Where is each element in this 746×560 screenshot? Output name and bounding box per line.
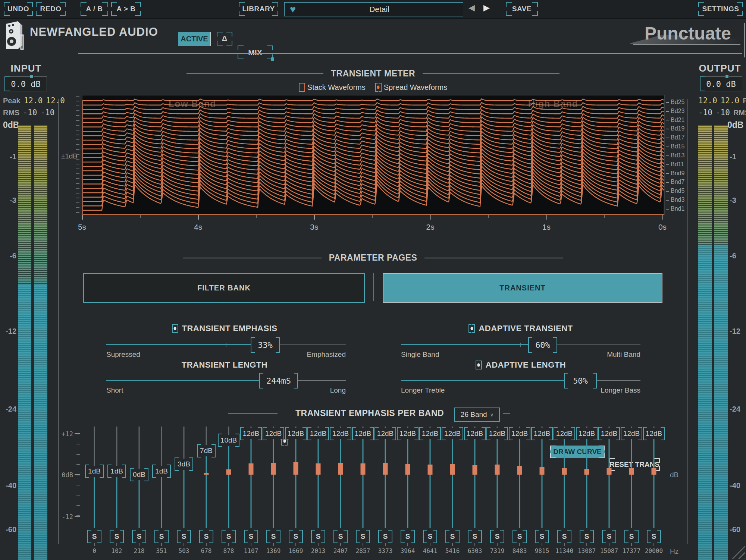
favorite-heart-icon[interactable]: ♥ [290, 5, 296, 14]
band-slider-track[interactable] [295, 427, 297, 528]
band-slider[interactable]: 1dB S 0 [83, 425, 106, 560]
preset-name[interactable]: Detail [296, 5, 463, 14]
band-slider[interactable]: 12dB S 17377 [620, 425, 643, 560]
delta-mode-button[interactable]: Δ [217, 32, 232, 45]
band-slider[interactable]: 12dB S 9815 [531, 425, 553, 560]
adaptive-length-toggle-icon[interactable] [476, 361, 482, 369]
stack-waveforms-option[interactable]: Stack Waveforms [299, 83, 366, 92]
band-solo-button[interactable]: S [200, 531, 213, 542]
band-solo-button[interactable]: S [513, 531, 526, 542]
band-value-box[interactable]: 12dB [420, 428, 440, 439]
band-slider-track[interactable] [631, 427, 632, 528]
band-slider[interactable]: 12dB S 13087 [576, 425, 598, 560]
band-slider[interactable]: 12dB S 20000 [643, 425, 665, 560]
next-preset-icon[interactable]: ▶ [483, 3, 490, 13]
band-value-box[interactable]: 12dB [286, 428, 306, 439]
undo-button[interactable]: UNDO [4, 2, 33, 16]
band-slider[interactable]: 12dB S 2407 [329, 425, 352, 560]
band-slider-track[interactable] [542, 427, 543, 528]
settings-button[interactable]: SETTINGS [698, 2, 743, 16]
band-value-box[interactable]: 12dB [532, 428, 552, 439]
band-slider-track[interactable] [363, 427, 364, 528]
band-slider[interactable]: 12dB S 3964 [396, 425, 419, 560]
band-value-box[interactable]: 12dB [398, 428, 418, 439]
band-value-box[interactable]: 10dB [219, 435, 239, 446]
stack-waveforms-radio-icon[interactable] [299, 83, 305, 92]
band-slider-track[interactable] [206, 427, 207, 528]
band-value-box[interactable]: 12dB [510, 428, 530, 439]
band-slider-track[interactable] [564, 427, 565, 528]
band-value-box[interactable]: 1dB [86, 466, 103, 477]
band-solo-button[interactable]: S [379, 531, 392, 542]
band-value-box[interactable]: 12dB [330, 428, 351, 439]
band-solo-button[interactable]: S [401, 531, 414, 542]
band-solo-button[interactable]: S [491, 531, 504, 542]
band-solo-button[interactable]: S [446, 531, 459, 542]
band-slider[interactable]: 12dB S 4641 [419, 425, 441, 560]
band-slider-track[interactable] [273, 427, 274, 528]
band-slider-track[interactable] [586, 427, 587, 528]
band-solo-button[interactable]: S [289, 531, 302, 542]
band-slider-track[interactable] [519, 427, 520, 528]
band-slider[interactable]: 12dB S 7319 [486, 425, 508, 560]
band-slider[interactable]: 12dB S 1669 [285, 425, 307, 560]
band-value-box[interactable]: 12dB [644, 428, 664, 439]
band-solo-button[interactable]: S [88, 531, 101, 542]
band-slider-track[interactable] [161, 427, 162, 528]
mix-button[interactable]: MIX [238, 45, 273, 59]
band-slider[interactable]: 12dB S 2013 [307, 425, 329, 560]
band-solo-button[interactable]: S [334, 531, 347, 542]
library-button[interactable]: LIBRARY [239, 2, 278, 16]
band-value-box[interactable]: 0dB [131, 469, 148, 480]
band-value-box[interactable]: 12dB [375, 428, 395, 439]
band-slider-track[interactable] [474, 427, 476, 528]
band-slider[interactable]: 12dB S 3373 [374, 425, 396, 560]
band-slider-track[interactable] [116, 427, 117, 528]
band-count-dropdown[interactable]: 26 Band ∨ [454, 408, 500, 422]
input-gain-handle[interactable] [30, 75, 34, 79]
band-solo-button[interactable]: S [580, 531, 593, 542]
band-solo-button[interactable]: S [558, 531, 571, 542]
band-value-box[interactable]: 12dB [353, 428, 373, 439]
band-value-box[interactable]: 12dB [621, 428, 642, 439]
tab-filter-bank[interactable]: FILTER BANK [83, 273, 365, 303]
input-gain-field[interactable]: 0.0 dB [4, 76, 47, 91]
adaptive-transient-toggle-icon[interactable] [468, 324, 475, 333]
band-solo-button[interactable]: S [222, 531, 235, 542]
band-slider-track[interactable] [94, 427, 95, 528]
band-slider-track[interactable] [653, 427, 655, 528]
band-value-box[interactable]: 1dB [153, 466, 170, 477]
band-slider[interactable]: 12dB S 2857 [352, 425, 374, 560]
band-value-box[interactable]: 1dB [108, 466, 125, 477]
preset-display[interactable]: ♥ Detail [284, 2, 463, 16]
active-toggle-button[interactable]: ACTIVE [178, 32, 211, 46]
band-slider[interactable]: 12dB S 6303 [464, 425, 486, 560]
band-slider[interactable]: 10dB S 878 [217, 425, 240, 560]
band-value-box[interactable]: 12dB [577, 428, 597, 439]
band-slider[interactable]: 12dB S 8483 [508, 425, 531, 560]
band-slider-track[interactable] [251, 427, 252, 528]
band-slider[interactable]: 12dB S 1107 [240, 425, 262, 560]
band-slider-track[interactable] [430, 427, 431, 528]
redo-button[interactable]: REDO [36, 2, 66, 16]
spread-waveforms-option[interactable]: Spread Waveforms [375, 83, 447, 92]
previous-preset-icon[interactable]: ◀ [468, 3, 475, 13]
band-value-box[interactable]: 12dB [554, 428, 574, 439]
band-solo-button[interactable]: S [424, 531, 436, 542]
transient-length-value[interactable]: 244mS [260, 374, 297, 387]
band-value-box[interactable]: 12dB [308, 428, 328, 439]
band-solo-button[interactable]: S [312, 531, 325, 542]
scrollbar-thumb[interactable] [744, 23, 745, 57]
band-value-box[interactable]: 3dB [175, 459, 192, 470]
band-value-box[interactable]: 7dB [198, 445, 215, 456]
band-slider-track[interactable] [184, 427, 185, 528]
tab-transient[interactable]: TRANSIENT [383, 273, 662, 303]
band-solo-button[interactable]: S [536, 531, 548, 542]
band-solo-button[interactable]: S [133, 531, 145, 542]
band-slider[interactable]: 1dB S 102 [106, 425, 128, 560]
band-solo-button[interactable]: S [267, 531, 280, 542]
band-value-box[interactable]: 12dB [487, 428, 507, 439]
ab-copy-button[interactable]: A > B [111, 2, 141, 16]
ab-toggle-button[interactable]: A / B [81, 2, 108, 16]
band-value-box[interactable]: 12dB [241, 428, 261, 439]
